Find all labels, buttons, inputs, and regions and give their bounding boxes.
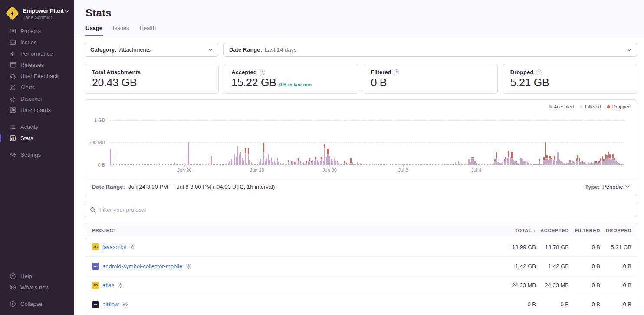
chevron-down-icon — [208, 49, 213, 51]
range-value: Jun 24 3:00 PM — Jul 8 3:00 PM (-04:00 U… — [128, 184, 275, 190]
card-total-value: 20.43 GB — [92, 76, 137, 89]
help-icon[interactable]: ? — [394, 69, 399, 75]
sidebar-item-performance[interactable]: Performance — [0, 48, 74, 59]
org-user: Jane Schmidt — [23, 15, 69, 20]
table-row: JSatlas24.33 MB24.33 MB0 B0 B — [85, 276, 637, 295]
project-settings-icon[interactable] — [118, 282, 123, 288]
table-body: JSjavascript18.99 GB13.78 GB0 B5.21 GBAP… — [85, 237, 637, 314]
cell-filtered: 0 B — [569, 263, 600, 269]
card-dropped: Dropped? 5.21 GB — [503, 64, 637, 94]
sidebar-item-user-feedback[interactable]: User Feedback — [0, 70, 74, 82]
cell-accepted: 24.33 MB — [536, 282, 569, 289]
x-axis: Jun 26Jun 28Jun 30Jul 2Jul 4 — [110, 167, 624, 174]
help-icon — [9, 273, 16, 279]
sidebar-item-what-s-new[interactable]: What's new — [0, 282, 74, 293]
project-filter-input[interactable] — [99, 207, 632, 213]
x-axis-tick-mark — [403, 165, 404, 167]
tab-health[interactable]: Health — [140, 25, 156, 36]
column-accepted[interactable]: ACCEPTED — [536, 228, 569, 233]
tab-usage[interactable]: Usage — [85, 25, 102, 36]
type-select[interactable]: Type: Periodic — [585, 184, 630, 190]
sentry-org-logo-icon — [5, 6, 20, 20]
y-axis-tick: 0 B — [85, 162, 105, 167]
sidebar-item-help[interactable]: Help — [0, 270, 74, 282]
x-axis-tick: Jul 4 — [471, 167, 481, 173]
daterange-label: Date Range: — [229, 46, 262, 53]
sidebar-item-label: Dashboards — [20, 107, 51, 113]
legend-dropped[interactable]: Dropped — [607, 104, 631, 109]
usage-chart-panel: Accepted Filtered Dropped 1 GB 500 MB 0 … — [85, 99, 637, 196]
help-icon[interactable]: ? — [536, 69, 542, 75]
sidebar-item-label: Performance — [20, 50, 53, 57]
x-axis-tick: Jul 2 — [398, 167, 408, 173]
dropped-dot-icon — [607, 105, 610, 108]
card-accepted: Accepted? 15.22 GB0 B in last min — [224, 64, 358, 94]
sidebar-nav-tertiary: Settings — [0, 149, 74, 160]
sidebar-nav-secondary: ActivityStats — [0, 121, 74, 144]
daterange-select[interactable]: Date Range: Last 14 days — [223, 43, 637, 57]
stats-icon — [9, 135, 16, 141]
sidebar: Empower Plant Jane Schmidt ProjectsIssue… — [0, 0, 74, 315]
project-link[interactable]: android-symbol-collector-mobile — [102, 263, 182, 269]
sidebar-item-alerts[interactable]: Alerts — [0, 82, 74, 93]
sidebar-item-dashboards[interactable]: Dashboards — [0, 104, 74, 115]
card-accepted-trend: 0 B in last min — [279, 82, 312, 87]
chevron-down-icon — [65, 10, 69, 13]
sidebar-item-discover[interactable]: Discover — [0, 93, 74, 104]
project-link[interactable]: atlas — [102, 282, 114, 289]
column-dropped[interactable]: DROPPED — [600, 228, 631, 233]
sidebar-item-label: Help — [20, 273, 32, 279]
chart-bars — [110, 120, 624, 165]
sidebar-item-projects[interactable]: Projects — [0, 25, 74, 36]
cell-accepted: 0 B — [536, 301, 569, 308]
project-link[interactable]: airflow — [102, 301, 119, 308]
cell-accepted: 13.78 GB — [536, 244, 569, 250]
sidebar-item-stats[interactable]: Stats — [0, 132, 74, 144]
sidebar-item-activity[interactable]: Activity — [0, 121, 74, 132]
project-link[interactable]: javascript — [102, 244, 126, 250]
tab-bar: Usage Issues Health — [85, 25, 637, 36]
range-label: Date Range: — [92, 184, 125, 190]
app-window: Empower Plant Jane Schmidt ProjectsIssue… — [0, 0, 644, 315]
help-icon[interactable]: ? — [260, 69, 265, 75]
sidebar-nav-footer: HelpWhat's newCollapse — [0, 270, 74, 315]
chevron-down-icon — [625, 185, 630, 188]
sidebar-item-label: Issues — [20, 39, 37, 46]
filtered-dot-icon — [580, 105, 583, 108]
card-dropped-label: Dropped — [510, 69, 533, 75]
column-total[interactable]: TOTAL ↓ — [475, 228, 536, 233]
legend-accepted[interactable]: Accepted — [549, 104, 574, 109]
table-row: APIandroid-symbol-collector-mobile1.42 G… — [85, 256, 637, 276]
column-filtered[interactable]: FILTERED — [569, 228, 600, 233]
sidebar-spacer — [0, 160, 74, 270]
sidebar-item-label: Activity — [20, 124, 38, 130]
cell-dropped: 0 B — [600, 301, 631, 308]
table-header: PROJECT TOTAL ↓ ACCEPTED FILTERED DROPPE… — [85, 223, 637, 237]
cell-dropped: 5.21 GB — [600, 244, 631, 250]
cell-total: 0 B — [475, 301, 536, 308]
sidebar-item-releases[interactable]: Releases — [0, 59, 74, 70]
chevron-down-icon — [627, 49, 631, 51]
y-axis-tick: 1 GB — [85, 118, 105, 123]
category-value: Attachments — [119, 46, 151, 53]
card-accepted-value: 15.22 GB — [231, 76, 276, 89]
project-settings-icon[interactable] — [122, 302, 128, 307]
project-settings-icon[interactable] — [186, 263, 191, 269]
card-total-label: Total Attachments — [92, 69, 141, 75]
tab-issues[interactable]: Issues — [113, 25, 129, 36]
cell-total: 18.99 GB — [475, 244, 536, 250]
project-settings-icon[interactable] — [130, 244, 135, 250]
sidebar-item-collapse[interactable]: Collapse — [0, 298, 74, 309]
org-switcher[interactable]: Empower Plant Jane Schmidt — [0, 0, 74, 20]
x-axis-tick-mark — [476, 165, 476, 167]
column-project[interactable]: PROJECT — [92, 228, 475, 233]
table-row: </>airflow0 B0 B0 B0 B — [85, 295, 637, 314]
type-label: Type: — [585, 184, 600, 190]
chart-legend: Accepted Filtered Dropped — [549, 104, 631, 109]
sidebar-item-issues[interactable]: Issues — [0, 36, 74, 48]
sidebar-item-label: Stats — [20, 135, 33, 141]
daterange-value: Last 14 days — [265, 46, 297, 53]
legend-filtered[interactable]: Filtered — [580, 104, 601, 109]
sidebar-item-settings[interactable]: Settings — [0, 149, 74, 160]
category-select[interactable]: Category: Attachments — [85, 43, 218, 57]
